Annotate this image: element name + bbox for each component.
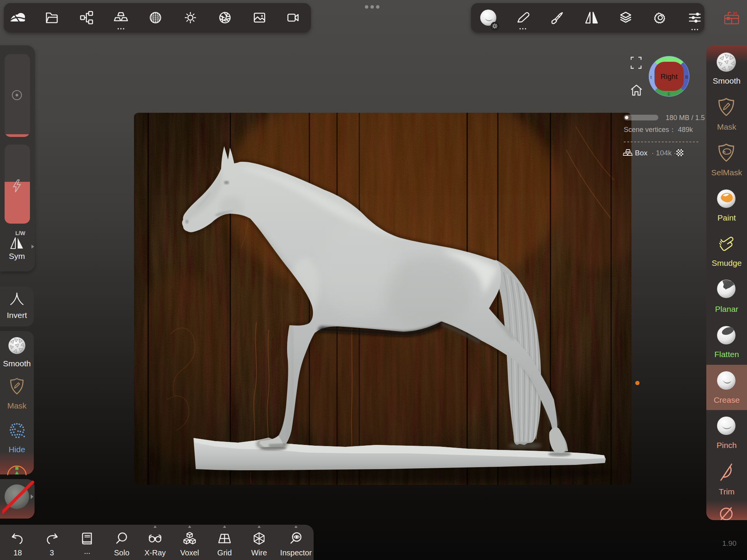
- svg-text:B: B: [685, 75, 688, 79]
- svg-text:E: E: [668, 92, 670, 96]
- svg-text:Right: Right: [661, 72, 678, 81]
- svg-text:t: t: [650, 75, 651, 79]
